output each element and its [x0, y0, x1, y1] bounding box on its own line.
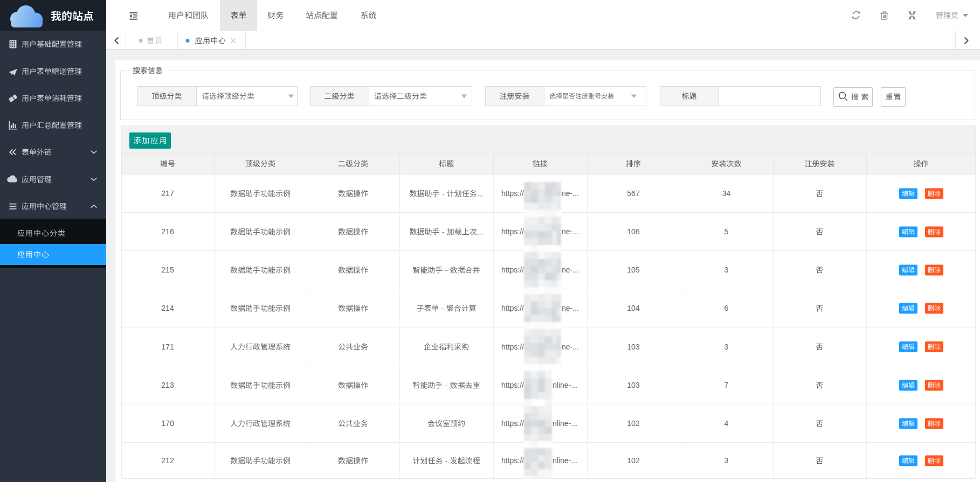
svg-text:https://: https://: [501, 304, 524, 312]
svg-text:170: 170: [161, 419, 174, 428]
svg-text:213: 213: [161, 381, 174, 389]
svg-text:https://: https://: [501, 419, 524, 428]
svg-text:106: 106: [627, 227, 640, 236]
svg-text:3: 3: [724, 456, 729, 465]
svg-text:https://: https://: [501, 189, 524, 198]
svg-text:214: 214: [161, 304, 174, 312]
svg-text:105: 105: [627, 266, 640, 274]
svg-text:https://: https://: [501, 456, 524, 465]
svg-text:nline-...: nline-...: [553, 456, 577, 465]
svg-text:104: 104: [627, 304, 640, 312]
svg-text:567: 567: [627, 189, 640, 198]
svg-text:ne-...: ne-...: [562, 227, 579, 236]
svg-text:ne-...: ne-...: [562, 266, 579, 274]
svg-text:215: 215: [161, 266, 174, 274]
svg-text:102: 102: [627, 419, 640, 428]
svg-text:102: 102: [627, 456, 640, 465]
svg-text:3: 3: [724, 266, 729, 274]
svg-text:171: 171: [161, 343, 174, 351]
svg-text:34: 34: [722, 189, 731, 198]
svg-text:103: 103: [627, 343, 640, 351]
svg-text:https://: https://: [501, 343, 524, 351]
svg-text:ne-...: ne-...: [562, 343, 579, 351]
svg-text:https://: https://: [501, 227, 524, 236]
svg-text:nline-...: nline-...: [553, 419, 577, 428]
svg-text:https://: https://: [501, 381, 524, 389]
svg-text:212: 212: [161, 456, 174, 465]
svg-text:103: 103: [627, 381, 640, 389]
svg-text:3: 3: [724, 343, 729, 351]
svg-text:5: 5: [724, 227, 729, 236]
svg-text:https://: https://: [501, 266, 524, 274]
svg-text:216: 216: [161, 227, 174, 236]
svg-text:ne-...: ne-...: [562, 189, 579, 198]
svg-text:ne-...: ne-...: [562, 304, 579, 312]
svg-text:217: 217: [161, 189, 174, 198]
svg-text:4: 4: [724, 419, 729, 428]
svg-text:6: 6: [724, 304, 729, 312]
svg-text:7: 7: [724, 381, 729, 389]
svg-text:nline-...: nline-...: [553, 381, 577, 389]
